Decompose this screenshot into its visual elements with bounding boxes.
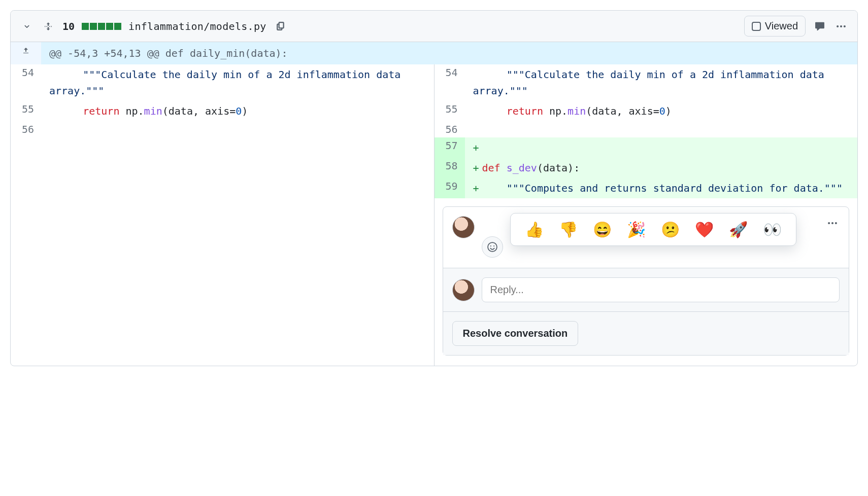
expand-up-button[interactable] [11,42,41,64]
conversation-row: 👍 👎 😄 🎉 😕 ❤️ 🚀 👀 [11,198,857,366]
diff-row: 56 56 [11,121,857,137]
smiley-icon [487,241,498,253]
hunk-header-row: @@ -54,3 +54,13 @@ def daily_min(data): [11,42,857,64]
svg-point-2 [844,25,846,27]
svg-point-7 [831,222,833,224]
diff-row: 55 return np.min(data, axis=0) 55 return… [11,101,857,121]
reaction-thumbs-down[interactable]: 👎 [559,221,578,238]
avatar[interactable] [452,216,475,238]
svg-point-3 [488,242,497,252]
line-number-right[interactable]: 56 [435,121,465,137]
diff-row: 54 """Calculate the daily min of a 2d in… [11,64,857,101]
reaction-confused[interactable]: 😕 [661,221,680,238]
file-path[interactable]: inflammation/models.py [128,20,266,32]
line-number-left[interactable]: 56 [11,121,41,137]
code-right-added: + [465,137,858,158]
reaction-popover: 👍 👎 😄 🎉 😕 ❤️ 🚀 👀 [510,213,796,246]
file-header-left: 10 inflammation/models.py [20,19,288,33]
code-right: return np.min(data, axis=0) [465,101,858,121]
line-number-right[interactable]: 54 [435,64,465,101]
code-right [465,121,858,137]
reply-input[interactable] [482,277,840,302]
reaction-laugh[interactable]: 😄 [593,221,612,238]
svg-point-5 [493,245,494,246]
reaction-eyes[interactable]: 👀 [763,221,782,238]
code-left: return np.min(data, axis=0) [41,101,434,121]
diff-row: 57 + [11,137,857,158]
svg-point-1 [840,25,842,27]
chevron-down-icon [22,22,31,31]
line-number-left[interactable]: 55 [11,101,41,121]
copy-icon [276,22,285,31]
file-header: 10 inflammation/models.py Viewed [11,11,857,42]
diff-row: 58 + def s_dev(data): [11,158,857,178]
resolve-conversation-button[interactable]: Resolve conversation [452,321,579,346]
diffstat-bar [82,23,121,30]
svg-point-4 [490,245,491,246]
file-header-right: Viewed [744,16,848,37]
comment-icon [814,21,825,32]
viewed-toggle[interactable]: Viewed [744,16,806,37]
collapse-toggle[interactable] [20,19,34,33]
reaction-hooray[interactable]: 🎉 [627,221,646,238]
kebab-icon [827,218,838,229]
reaction-rocket[interactable]: 🚀 [729,221,748,238]
diff-row: 59 + """Computes and returns standard de… [11,178,857,198]
conversation-reply-bar [443,268,849,311]
reaction-thumbs-up[interactable]: 👍 [525,221,544,238]
svg-point-8 [835,222,837,224]
line-number-left[interactable]: 54 [11,64,41,101]
comment-icon-button[interactable] [813,19,827,33]
diff-table: @@ -54,3 +54,13 @@ def daily_min(data): … [11,42,857,366]
file-menu-kebab[interactable] [834,19,848,33]
line-number-right[interactable]: 57 [435,137,465,158]
comment-body: 👍 👎 😄 🎉 😕 ❤️ 🚀 👀 [482,216,840,258]
expand-up-icon [22,46,30,54]
code-left [41,121,434,137]
code-left: """Calculate the daily min of a 2d infla… [41,64,434,101]
conversation-actions: Resolve conversation [443,311,849,355]
code-right-added: + """Computes and returns standard devia… [465,178,858,198]
copy-path-button[interactable] [274,19,288,33]
change-count: 10 [62,20,75,32]
expand-all-icon[interactable] [41,19,55,33]
code-right-added: + def s_dev(data): [465,158,858,178]
conversation-comment: 👍 👎 😄 🎉 😕 ❤️ 🚀 👀 [443,207,849,268]
viewed-label: Viewed [765,20,798,32]
comment-menu-kebab[interactable] [825,216,840,230]
add-reaction-button[interactable] [482,236,503,258]
unfold-icon [44,22,53,31]
code-right: """Calculate the daily min of a 2d infla… [465,64,858,101]
conversation-box: 👍 👎 😄 🎉 😕 ❤️ 🚀 👀 [443,206,850,356]
reaction-heart[interactable]: ❤️ [695,221,714,238]
viewed-checkbox [752,22,761,31]
file-diff-box: 10 inflammation/models.py Viewed [10,10,858,366]
svg-point-6 [828,222,830,224]
svg-point-0 [837,25,839,27]
line-number-right[interactable]: 58 [435,158,465,178]
hunk-header-text: @@ -54,3 +54,13 @@ def daily_min(data): [41,42,857,64]
kebab-icon [836,21,847,32]
line-number-right[interactable]: 59 [435,178,465,198]
avatar[interactable] [452,279,475,301]
line-number-right[interactable]: 55 [435,101,465,121]
